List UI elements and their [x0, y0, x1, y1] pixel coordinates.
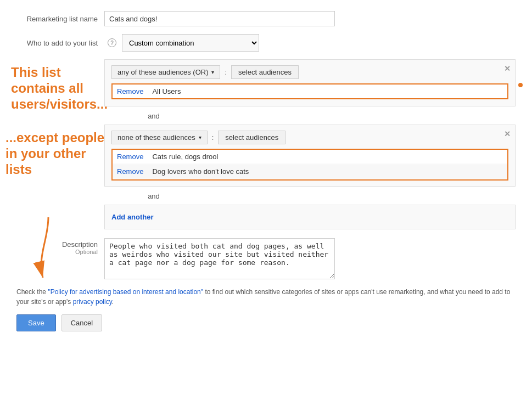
list-name-input[interactable]	[104, 11, 335, 26]
remove-audience-2a-link[interactable]: Remove	[117, 153, 143, 161]
who-to-add-dropdown[interactable]: Custom combination All visitors Visitors…	[122, 34, 259, 52]
audience-type-1-dropdown[interactable]: any of these audiences (OR) ▾	[111, 65, 220, 79]
audience-name-2b: Dog lovers who don't love cats	[152, 167, 249, 176]
audience-name-1: All Users	[152, 87, 181, 95]
save-button[interactable]: Save	[16, 314, 56, 331]
orange-dot-1	[518, 83, 523, 87]
add-another-section: Add another	[104, 205, 516, 229]
annotation-text-2: ...except people in your other lists	[5, 130, 115, 177]
select-audiences-2-btn[interactable]: select audiences	[218, 131, 285, 144]
select-audiences-1-btn[interactable]: select audiences	[231, 65, 299, 79]
help-icon[interactable]: ?	[108, 38, 116, 47]
audience-item-2a: Remove Cats rule, dogs drool	[113, 150, 507, 164]
audience-item-2b: Remove Dog lovers who don't love cats	[113, 165, 507, 178]
cancel-button[interactable]: Cancel	[61, 314, 102, 331]
remove-audience-1-link[interactable]: Remove	[117, 87, 143, 95]
policy-link[interactable]: "Policy for advertising based on interes…	[48, 288, 203, 296]
and-connector-2: and	[137, 192, 170, 200]
policy-text: Check the "Policy for advertising based …	[16, 287, 516, 307]
remarketing-label: Remarketing list name	[16, 15, 104, 23]
audience-item: Remove All Users	[111, 83, 508, 99]
audience-type-2-dropdown[interactable]: none of these audiences ▾	[111, 131, 208, 144]
privacy-policy-link[interactable]: privacy policy	[73, 298, 112, 306]
dropdown-arrow-icon: ▾	[211, 69, 214, 75]
audience-name-2a: Cats rule, dogs drool	[152, 153, 218, 161]
description-textarea[interactable]: People who visited both cat and dog page…	[104, 238, 335, 279]
add-another-btn[interactable]: Add another	[111, 210, 508, 224]
button-row: Save Cancel	[16, 314, 516, 331]
remove-audience-2b-link[interactable]: Remove	[117, 167, 143, 176]
and-connector-1: and	[137, 112, 170, 120]
close-block-2-btn[interactable]: ✕	[504, 129, 511, 138]
audience-block-2: ✕ none of these audiences ▾ : select aud…	[104, 125, 516, 187]
dropdown-arrow-icon-2: ▾	[199, 134, 201, 140]
audience-block-1: ✕ any of these audiences (OR) ▾ : select…	[104, 59, 516, 106]
close-block-1-btn[interactable]: ✕	[504, 64, 511, 73]
annotation-text-1: This list contains all users/visitors...	[11, 65, 113, 112]
arrow-annotation	[32, 217, 65, 285]
who-to-add-label: Who to add to your list	[16, 39, 104, 47]
